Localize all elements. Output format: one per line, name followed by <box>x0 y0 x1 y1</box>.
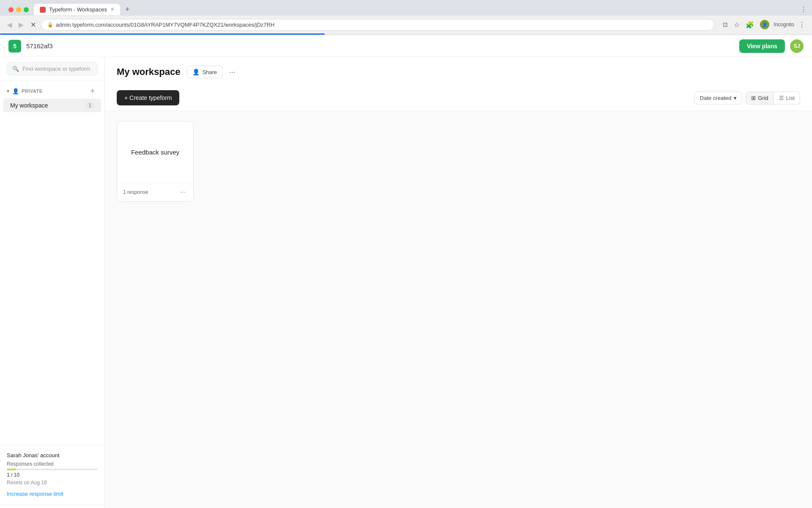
content-area: Feedback survey 1 response ··· <box>105 111 812 508</box>
forward-button[interactable]: ▶ <box>17 19 25 30</box>
traffic-lights <box>5 7 32 12</box>
tab-bar: Typeform - Workspaces ✕ + ⋮ <box>0 0 812 16</box>
workspace-count-badge: 1 <box>85 102 94 109</box>
view-plans-button[interactable]: View plans <box>739 39 785 53</box>
account-title: Sarah Jonas' account <box>7 452 98 458</box>
search-box[interactable]: 🔍 <box>7 62 98 75</box>
minimize-window-button[interactable] <box>16 7 21 12</box>
progress-fill <box>7 469 16 470</box>
loading-indicator <box>0 33 325 35</box>
account-name: Sarah Jonas' <box>7 452 38 458</box>
list-view-button[interactable]: ☰ List <box>774 92 800 104</box>
form-card-footer: 1 response ··· <box>117 183 193 201</box>
sidebar-bottom: Sarah Jonas' account Responses collected… <box>0 445 104 504</box>
workspace-name-label: My workspace <box>10 102 48 109</box>
back-button[interactable]: ◀ <box>5 19 14 30</box>
create-typeform-button[interactable]: + Create typeform <box>117 90 179 105</box>
main-content: My workspace 👤 Share ··· + Create typefo… <box>105 57 812 508</box>
tab-title: Typeform - Workspaces <box>49 6 107 13</box>
cast-button[interactable]: ⊡ <box>721 19 730 30</box>
sidebar-private-section: ▾ 👤 PRIVATE + <box>0 81 104 98</box>
grid-label: Grid <box>758 95 768 101</box>
view-controls: Date created ▾ ⊞ Grid ☰ List <box>694 91 800 105</box>
app-body: 🔍 ▾ 👤 PRIVATE + My workspace 1 Sarah Jon… <box>0 57 812 508</box>
current-responses: 1 <box>7 472 10 478</box>
search-input[interactable] <box>22 66 93 72</box>
user-avatar[interactable]: SJ <box>790 39 804 53</box>
list-label: List <box>786 95 795 101</box>
app-header-right: View plans SJ <box>739 39 804 53</box>
app-header-left: 5 57162af3 <box>8 40 53 52</box>
section-title-label: PRIVATE <box>22 88 43 94</box>
section-header: ▾ 👤 PRIVATE + <box>7 86 98 96</box>
sidebar: 🔍 ▾ 👤 PRIVATE + My workspace 1 Sarah Jon… <box>0 57 105 508</box>
browser-tab[interactable]: Typeform - Workspaces ✕ <box>34 4 120 15</box>
address-bar: ◀ ▶ ✕ 🔒 admin.typeform.com/accounts/01G8… <box>0 16 812 33</box>
form-responses-count: 1 response <box>123 189 148 195</box>
list-icon: ☰ <box>779 95 784 101</box>
form-more-button[interactable]: ··· <box>178 188 187 197</box>
browser-more-button[interactable]: ⋮ <box>797 19 807 30</box>
url-text: admin.typeform.com/accounts/01G8AYRAP1MY… <box>56 22 274 28</box>
loading-bar <box>0 33 812 35</box>
share-label: Share <box>202 69 217 75</box>
progress-count: 1 / 10 <box>7 472 98 478</box>
workspace-title-row: My workspace 👤 Share ··· <box>117 66 800 78</box>
progress-bar <box>7 469 98 470</box>
grid-view-button[interactable]: ⊞ Grid <box>746 92 774 104</box>
sidebar-item-my-workspace[interactable]: My workspace 1 <box>3 99 101 112</box>
tab-favicon <box>40 7 46 13</box>
form-card[interactable]: Feedback survey 1 response ··· <box>117 121 194 202</box>
lock-icon: 🔒 <box>47 22 53 28</box>
total-responses: 10 <box>14 472 19 478</box>
grid-icon: ⊞ <box>751 95 756 101</box>
workspace-more-button[interactable]: ··· <box>229 68 236 77</box>
chevron-down-icon: ▾ <box>734 95 737 101</box>
extensions-button[interactable]: 🧩 <box>744 19 756 30</box>
workspace-title: My workspace <box>117 66 180 77</box>
sort-label: Date created <box>700 95 731 101</box>
reload-button[interactable]: ✕ <box>29 19 38 30</box>
app-name-label: 57162af3 <box>26 42 53 50</box>
share-button[interactable]: 👤 Share <box>187 66 222 78</box>
chevron-down-icon: ▾ <box>7 88 10 94</box>
add-workspace-button[interactable]: + <box>88 86 98 96</box>
incognito-icon: 👤 <box>760 20 769 29</box>
browser-chrome: Typeform - Workspaces ✕ + ⋮ ◀ ▶ ✕ 🔒 admi… <box>0 0 812 35</box>
progress-reset-label: Resets on Aug 19 <box>7 480 98 486</box>
view-toggle: ⊞ Grid ☰ List <box>746 91 800 105</box>
form-title: Feedback survey <box>131 148 179 157</box>
close-window-button[interactable] <box>8 7 14 12</box>
section-title-row[interactable]: ▾ 👤 PRIVATE <box>7 88 43 94</box>
search-icon: 🔍 <box>12 66 19 72</box>
bookmark-button[interactable]: ☆ <box>732 19 741 30</box>
apps-integrations-item[interactable]: ⊞ Apps & Integrations › <box>0 504 104 508</box>
tab-close-button[interactable]: ✕ <box>110 7 114 12</box>
incognito-label: Incognito <box>774 22 794 28</box>
responses-label: Responses collected <box>7 461 98 467</box>
person-icon: 👤 <box>12 88 19 94</box>
new-tab-button[interactable]: + <box>122 3 133 16</box>
url-bar[interactable]: 🔒 admin.typeform.com/accounts/01G8AYRAP1… <box>41 19 714 30</box>
forms-grid: Feedback survey 1 response ··· <box>117 121 800 202</box>
maximize-window-button[interactable] <box>24 7 29 12</box>
profile-button[interactable]: 👤 <box>758 18 771 31</box>
increase-response-limit-link[interactable]: Increase response limit <box>7 491 63 497</box>
browser-menu-icon[interactable]: ⋮ <box>800 6 807 13</box>
browser-actions: ⊡ ☆ 🧩 👤 Incognito ⋮ <box>721 18 807 31</box>
form-card-body: Feedback survey <box>117 121 193 183</box>
share-icon: 👤 <box>192 69 200 75</box>
account-suffix: account <box>38 452 59 458</box>
app-number-badge: 5 <box>8 40 21 52</box>
app-header: 5 57162af3 View plans SJ <box>0 35 812 57</box>
sidebar-search-area: 🔍 <box>0 57 104 81</box>
main-header: My workspace 👤 Share ··· + Create typefo… <box>105 57 812 111</box>
sort-dropdown[interactable]: Date created ▾ <box>694 91 742 105</box>
toolbar: + Create typeform Date created ▾ ⊞ Grid … <box>117 85 800 110</box>
